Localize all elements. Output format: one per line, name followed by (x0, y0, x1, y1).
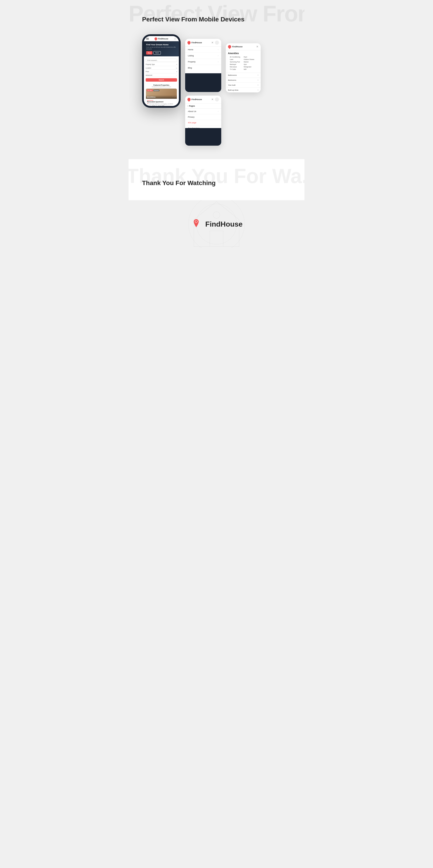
modal-pages-brand: FindHouse (187, 98, 202, 101)
property-price: $13,000/mo (147, 96, 156, 98)
nav-label-property: Property (188, 61, 195, 63)
phone-hero-banner: Find Your Dream Home From as low as $10 … (144, 41, 179, 56)
location-pin-icon: 📍 (147, 103, 149, 104)
property-address: 📍 1421 San Pedro St, Los Angeles, CA 900… (147, 103, 176, 104)
modal-pages-nav: FindHouse ✕ ‹ Pages About Us (185, 96, 221, 146)
amenity-swimming-pool: Swimming Pool (230, 61, 243, 63)
filter-bathrooms[interactable]: Bathrooms ▾ (226, 72, 261, 78)
logo-container: FindHouse (190, 218, 242, 230)
findhouse-logo-text: FindHouse (205, 220, 242, 228)
filter-year-built-label: Year built (228, 84, 236, 86)
filter-bedrooms[interactable]: Bedrooms ▾ (226, 78, 261, 83)
amenities-brand-name: FindHouse (232, 45, 243, 48)
nav-label-home: Home (188, 49, 193, 51)
badge-featured: Featured (153, 90, 159, 91)
advanced-row[interactable]: Advanced ⋮ (146, 74, 177, 77)
user-icon[interactable] (215, 40, 219, 44)
nav-arrow-home: › (218, 49, 219, 51)
user-avatar-phone[interactable] (174, 37, 177, 40)
amenities-header: FindHouse ✕ (226, 43, 261, 50)
nav-item-home[interactable]: Home › (185, 47, 221, 53)
badge-row: For Rent Featured (147, 90, 159, 91)
sub-nav-404[interactable]: 404 page (185, 120, 221, 126)
filter-bedrooms-arrow: ▾ (257, 79, 258, 81)
hamburger-icon[interactable] (146, 38, 149, 40)
property-card[interactable]: For Rent Featured $13,000/mo ♡ ⤢ (146, 88, 177, 106)
advanced-label: Advanced (146, 74, 152, 76)
property-stats: Beds: 4 Baths: 2 Sq Ft: 5280 (147, 105, 176, 106)
nav-arrow-property: › (218, 61, 219, 63)
sub-nav-label-about: About Us (188, 110, 196, 113)
close-icon-2[interactable]: ✕ (211, 98, 214, 101)
share-icon[interactable]: ⤢ (174, 96, 176, 98)
location-row[interactable]: Location ◎ (146, 66, 177, 70)
property-type-label: Property Type (146, 64, 155, 65)
heart-icon[interactable]: ♡ (172, 96, 174, 98)
nav-item-blog[interactable]: Blog (185, 65, 221, 71)
sub-nav-about[interactable]: About Us › (185, 109, 221, 114)
nav-label-blog: Blog (188, 67, 192, 69)
amenity-microwave: Microwave (230, 66, 243, 68)
sub-nav-arrow-about: › (218, 110, 219, 113)
filter-year-built[interactable]: Year built ▾ (226, 83, 261, 88)
filter-built-up-area[interactable]: Built-up Area ▾ (226, 88, 261, 92)
brand-name-phone: FindHouse (158, 38, 168, 40)
amenities-modal: FindHouse ✕ Amenities Air Conditioning D… (226, 43, 261, 92)
amenity-washer: Washer (244, 61, 257, 63)
amenity-outdoor-shower: Outdoor Shower (244, 58, 257, 60)
rent-button[interactable]: Rent (153, 51, 161, 55)
amenity-dryer: Dryer (244, 56, 257, 58)
user-icon-2[interactable] (215, 97, 219, 101)
property-image: For Rent Featured $13,000/mo ♡ ⤢ (146, 89, 177, 99)
back-row[interactable]: ‹ Pages (185, 103, 221, 109)
search-input[interactable] (146, 59, 177, 62)
featured-subtitle: Handpicked properties by our team (146, 86, 177, 88)
close-icon[interactable]: ✕ (211, 41, 214, 44)
location-label: Location (146, 67, 151, 69)
amenities-body: Amenities Air Conditioning Dryer Lawn Ou… (226, 50, 261, 72)
hero-title: Perfect View From Mobile Devices (142, 16, 291, 23)
sub-nav-privacy[interactable]: Privacy (185, 114, 221, 120)
amenity-tv-cable: TV Cable (230, 68, 243, 70)
nav-item-listing[interactable]: Listing › (185, 53, 221, 59)
svg-point-0 (213, 212, 220, 218)
amenity-wifi: WiFi (244, 68, 257, 70)
property-name: Renovated Apartment (147, 101, 176, 102)
phone-screen-main: FindHouse Find Your Dream Home From as l… (144, 36, 179, 106)
badge-for-rent: For Rent (147, 90, 153, 91)
amenities-brand-icon (227, 44, 232, 49)
filter-bathrooms-label: Bathrooms (228, 74, 237, 76)
amenities-brand: FindHouse (228, 45, 243, 48)
filter-built-up-label: Built-up Area (228, 89, 238, 91)
amenity-barbeque: Barbeque (230, 63, 243, 65)
modal-nav-brand: FindHouse (187, 41, 202, 44)
sub-nav-label-404: 404 page (188, 122, 196, 124)
advanced-dots: ⋮ (176, 74, 177, 76)
nav-arrow-listing: › (218, 55, 219, 57)
price-row[interactable]: Price ▾ (146, 70, 177, 73)
amenity-gym: Gym (244, 63, 257, 65)
amenities-close-icon[interactable]: ✕ (256, 45, 258, 48)
nav-item-property[interactable]: Property › (185, 59, 221, 65)
filter-year-built-arrow: ▾ (257, 84, 258, 86)
search-button[interactable]: Search (146, 78, 177, 82)
nav-label-listing: Listing (188, 55, 194, 57)
buy-button[interactable]: Buy (146, 51, 152, 55)
phone-search-form: Property Type ▾ Location ◎ Price ▾ Advan… (144, 56, 179, 83)
findhouse-logo-icon (190, 218, 202, 230)
property-type-row[interactable]: Property Type ▾ (146, 63, 177, 66)
property-info: Apartment Renovated Apartment 📍 1421 San… (146, 99, 177, 106)
property-overlay: $13,000/mo ♡ ⤢ (146, 95, 177, 99)
modal-nav-wrapper: FindHouse ✕ Home › Listing (185, 39, 221, 92)
amenity-air-conditioning: Air Conditioning (230, 56, 243, 58)
price-label: Price (146, 71, 149, 72)
filter-built-up-arrow: ▾ (257, 89, 258, 91)
modal-pages-brand-icon (187, 97, 191, 102)
amenities-filters: Bathrooms ▾ Bedrooms ▾ Year built ▾ Buil… (226, 72, 261, 92)
brand-icon-phone (154, 37, 158, 41)
modal-pages-wrapper: FindHouse ✕ ‹ Pages About Us (185, 96, 221, 146)
modal-main-nav: FindHouse ✕ Home › Listing (185, 39, 221, 92)
phone-status-bar: FindHouse (144, 36, 179, 41)
modal-dark-bg-1 (185, 73, 221, 92)
amenity-lawn: Lawn (230, 58, 243, 60)
